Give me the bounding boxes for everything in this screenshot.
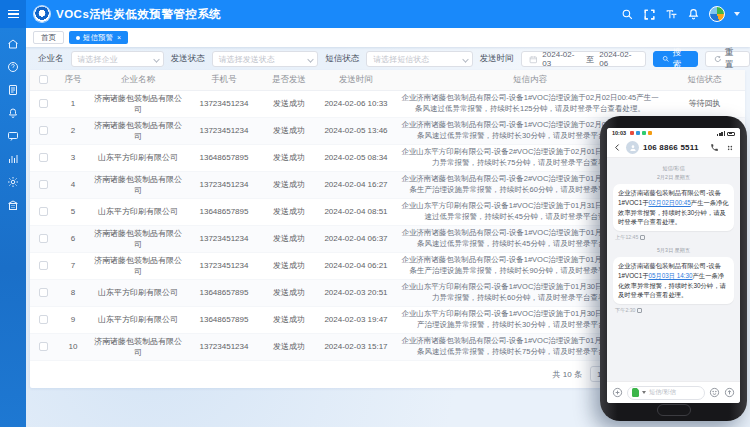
row-checkbox[interactable] — [39, 315, 48, 324]
refresh-icon — [714, 55, 722, 63]
row-checkbox[interactable] — [39, 261, 48, 270]
date-separator: 5月3日 星期五 — [613, 247, 734, 254]
col-header-phone: 手机号 — [186, 70, 262, 90]
menu-toggle-button[interactable] — [0, 0, 26, 28]
select-all-checkbox[interactable] — [39, 75, 48, 84]
send-icon[interactable] — [724, 387, 735, 398]
cell-time: 2024-02-05 08:34 — [316, 144, 396, 171]
date-separator: 2月2日 星期五 — [613, 174, 734, 181]
chevron-down-icon — [642, 391, 646, 394]
row-checkbox[interactable] — [39, 153, 48, 162]
cell-phone: 13648657895 — [186, 198, 262, 225]
notification-icon — [642, 131, 646, 135]
message-list: 短信/彩信 2月2日 星期五企业济南诸藤包装制品有限公司-设备1#VOC1于02… — [607, 158, 740, 381]
delivery-status-icon — [637, 308, 642, 313]
search-button[interactable]: 搜索 — [653, 51, 698, 67]
document-icon[interactable] — [7, 82, 19, 94]
alarm-icon[interactable] — [7, 105, 19, 117]
home-icon[interactable] — [7, 36, 19, 48]
col-header-company: 企业名称 — [90, 70, 186, 90]
col-header-content: 短信内容 — [396, 70, 664, 90]
cell-sent: 发送成功 — [262, 144, 316, 171]
close-tab-icon[interactable]: × — [117, 34, 121, 41]
help-icon[interactable] — [7, 59, 19, 71]
cell-no: 1 — [56, 90, 90, 117]
send-status-placeholder: 请选择发送状态 — [219, 54, 275, 65]
font-size-icon[interactable] — [665, 8, 678, 21]
datetime-link[interactable]: 05月03日 14:30 — [648, 272, 692, 279]
cell-phone: 13723451234 — [186, 333, 262, 360]
cell-company: 济南诸藤包装制品有限公司 — [90, 225, 186, 252]
chevron-down-icon — [153, 56, 159, 62]
sms-status-select[interactable]: 请选择短信状态 — [366, 51, 473, 67]
search-icon — [662, 55, 670, 63]
row-checkbox[interactable] — [39, 207, 48, 216]
company-select-placeholder: 请选择企业 — [78, 54, 118, 65]
tab-home[interactable]: 首页 — [33, 31, 64, 44]
cell-checkbox — [30, 144, 56, 171]
top-bar: VOCs活性炭低效预警管控系统 — [0, 0, 750, 28]
sms-status-filter-label: 短信状态 — [325, 53, 359, 65]
filter-bar: 企业名 请选择企业 发送状态 请选择发送状态 短信状态 请选择短信状态 发送时间… — [26, 50, 750, 68]
chevron-down-icon — [462, 56, 468, 62]
cell-phone: 13723451234 — [186, 171, 262, 198]
cell-phone: 13723451234 — [186, 90, 262, 117]
call-icon[interactable] — [710, 143, 719, 152]
row-checkbox[interactable] — [39, 234, 48, 243]
user-avatar[interactable] — [709, 6, 725, 22]
plus-circle-icon[interactable] — [612, 387, 623, 398]
cell-time: 2024-02-03 15:17 — [316, 333, 396, 360]
bell-icon[interactable] — [687, 8, 700, 21]
sms-bubble: 企业济南诸藤包装制品有限公司-设备1#VOC1于02月02日00:45产生一条净… — [613, 184, 734, 231]
col-header-status: 短信状态 — [664, 70, 745, 90]
emoji-icon[interactable] — [709, 387, 720, 398]
cell-no: 3 — [56, 144, 90, 171]
statistics-icon[interactable] — [7, 151, 19, 163]
phone-conversation-header: 106 8866 5511 — [607, 138, 740, 158]
sms-input-placeholder: 短信/彩信 — [649, 388, 676, 397]
reset-button[interactable]: 重置 — [705, 51, 750, 67]
row-checkbox[interactable] — [39, 126, 48, 135]
row-checkbox[interactable] — [39, 342, 48, 351]
cell-content: 企业济南诸藤包装制品有限公司-设备1#VOC治理设施于02月02日00:45产生… — [396, 90, 664, 117]
fullscreen-icon[interactable] — [643, 8, 656, 21]
cell-time: 2024-02-03 20:51 — [316, 279, 396, 306]
company-select[interactable]: 请选择企业 — [71, 51, 164, 67]
contact-avatar[interactable] — [626, 141, 639, 154]
row-checkbox[interactable] — [39, 288, 48, 297]
settings-icon[interactable] — [7, 174, 19, 186]
cell-time: 2024-02-04 16:27 — [316, 171, 396, 198]
row-checkbox[interactable] — [39, 180, 48, 189]
back-arrow-icon[interactable] — [613, 143, 622, 152]
tab-sms-warning-label: 短信预警 — [83, 33, 113, 43]
cell-checkbox — [30, 279, 56, 306]
datetime-link[interactable]: 02月02日00:45 — [648, 199, 690, 206]
tab-sms-warning[interactable]: 短信预警 × — [69, 31, 128, 44]
send-status-select[interactable]: 请选择发送状态 — [212, 51, 319, 67]
cell-time: 2024-02-04 06:21 — [316, 252, 396, 279]
cell-sent: 发送成功 — [262, 117, 316, 144]
person-icon — [629, 144, 637, 152]
search-icon[interactable] — [621, 8, 634, 21]
cell-company: 济南诸藤包装制品有限公司 — [90, 333, 186, 360]
cell-company: 济南诸藤包装制品有限公司 — [90, 90, 186, 117]
enterprise-icon[interactable] — [7, 197, 19, 209]
menu-dots-icon[interactable] — [726, 144, 734, 152]
cell-no: 7 — [56, 252, 90, 279]
date-range-picker[interactable]: 2024-02-03 至 2024-02-06 — [521, 51, 646, 67]
phone-clock: 10:03 — [612, 130, 626, 136]
message-timestamp: 上午12:45 — [615, 234, 734, 241]
date-end-value: 2024-02-06 — [599, 50, 638, 68]
row-checkbox[interactable] — [39, 99, 48, 108]
chevron-down-icon[interactable] — [734, 12, 740, 16]
app-title: VOCs活性炭低效预警管控系统 — [56, 7, 221, 22]
sidebar-nav — [0, 28, 26, 427]
cell-no: 10 — [56, 333, 90, 360]
cell-company: 山东平方印刷有限公司 — [90, 279, 186, 306]
send-status-filter-label: 发送状态 — [171, 53, 205, 65]
sms-input-field[interactable]: 短信/彩信 — [627, 386, 705, 400]
table-header-row: 序号 企业名称 手机号 是否发送 发送时间 短信内容 短信状态 — [30, 70, 745, 90]
message-icon[interactable] — [7, 128, 19, 140]
home-button[interactable] — [657, 404, 691, 416]
calendar-icon — [529, 55, 538, 64]
